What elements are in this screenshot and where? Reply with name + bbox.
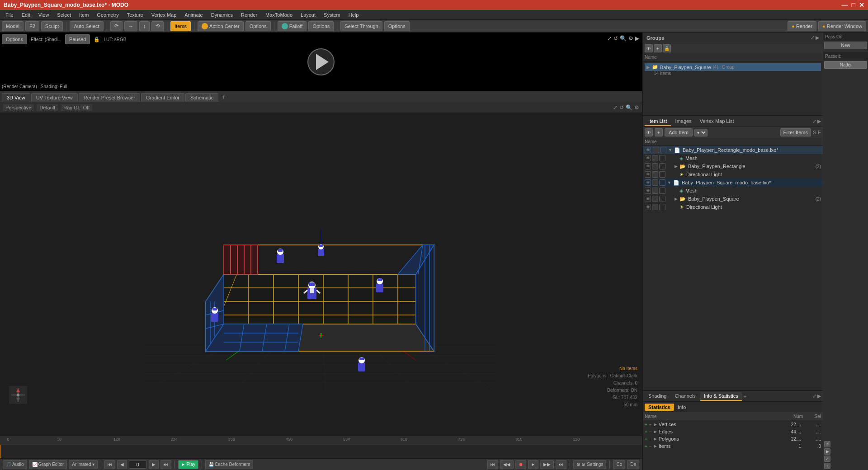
view-default-label[interactable]: Default: [37, 104, 58, 111]
menu-vertexmap[interactable]: Vertex Map: [148, 11, 180, 19]
stats-vertices-arrow[interactable]: ▶: [654, 422, 657, 427]
vp-expand-icon[interactable]: ⤢: [613, 104, 618, 111]
viewport-3d[interactable]: Perspective Default Ray GL: Off ⤢ ↺ 🔍 ⚙: [0, 102, 642, 436]
il-lock-5[interactable]: [659, 188, 665, 194]
rotate-btn[interactable]: ⟳: [110, 21, 123, 31]
groups-plus-btn[interactable]: +: [654, 44, 662, 52]
transport-rec-btn[interactable]: ⏺: [515, 460, 526, 469]
pass-icon-4[interactable]: ↕: [824, 463, 830, 469]
tab-gradient-editor[interactable]: Gradient Editor: [141, 93, 184, 102]
vp-gear-icon[interactable]: ⚙: [634, 104, 639, 111]
il-check-6[interactable]: [652, 196, 658, 202]
il-check-5[interactable]: [652, 188, 658, 194]
il-lock-0[interactable]: [660, 147, 666, 153]
filter-items-btn[interactable]: Filter Items: [780, 128, 811, 136]
il-check-4[interactable]: [652, 179, 658, 186]
vp-search-icon[interactable]: 🔍: [626, 104, 632, 111]
tab-shading[interactable]: Shading: [645, 392, 670, 401]
pass-icon-1[interactable]: ↺: [824, 441, 830, 447]
tab-schematic[interactable]: Schematic: [185, 93, 218, 102]
stats-vertices-add[interactable]: +: [645, 422, 647, 427]
transport-play2-btn[interactable]: ►: [528, 460, 539, 469]
stats-add-tab[interactable]: +: [744, 394, 746, 399]
stats-items-arrow[interactable]: ▶: [654, 444, 657, 448]
groups-lock-btn[interactable]: 🔒: [663, 44, 671, 52]
pass-new-btn[interactable]: New: [824, 42, 867, 49]
menu-geometry[interactable]: Geometry: [93, 11, 122, 19]
add-item-btn[interactable]: Add Item: [665, 128, 693, 136]
frame-input[interactable]: [129, 461, 147, 469]
move-x-btn[interactable]: ↔: [124, 21, 137, 31]
preview-options-btn[interactable]: Options: [2, 34, 27, 44]
il-check-0[interactable]: [653, 147, 659, 153]
il-add-btn[interactable]: +: [655, 128, 663, 136]
menu-layout[interactable]: Layout: [297, 11, 319, 19]
select-through-btn[interactable]: Select Through: [340, 21, 382, 31]
il-eye-6[interactable]: 👁: [645, 196, 651, 202]
il-row-7[interactable]: 👁 ▶ ☀ Directional Light: [643, 203, 823, 211]
menu-system[interactable]: System: [320, 11, 344, 19]
stats-vertices-minus[interactable]: −: [649, 422, 652, 427]
view-type-label[interactable]: Perspective: [3, 104, 34, 111]
item-list-content[interactable]: 👁 ▼ 📄 Baby_Playpen_Rectangle_modo_base.l…: [643, 146, 823, 390]
auto-select-btn[interactable]: Auto Select: [70, 21, 103, 31]
il-arrow-2[interactable]: ▶: [675, 164, 678, 169]
il-row-0[interactable]: 👁 ▼ 📄 Baby_Playpen_Rectangle_modo_base.l…: [643, 146, 823, 154]
il-lock-6[interactable]: [659, 196, 665, 202]
st-options-btn[interactable]: Options: [384, 21, 410, 31]
tab-3dview[interactable]: 3D View: [2, 93, 30, 102]
il-row-4[interactable]: 👁 ▼ 📄 Baby_Playpen_Square_modo_base.lxo*: [643, 179, 823, 187]
group-item-playpen-square[interactable]: ▶ 📁 Baby_Playpen_Square (4) : Group: [645, 63, 821, 71]
minimize-btn[interactable]: —: [842, 1, 848, 9]
menu-edit[interactable]: Edit: [18, 11, 34, 19]
menu-item[interactable]: Item: [75, 11, 92, 19]
transport-end-btn[interactable]: ⏭: [556, 460, 566, 469]
menu-view[interactable]: View: [35, 11, 53, 19]
expand-preview-icon[interactable]: ⤢: [607, 35, 612, 42]
menu-maxtomodo[interactable]: MaxToModo: [262, 11, 296, 19]
transport-next-btn[interactable]: ▶▶: [540, 460, 554, 469]
stats-polygons-arrow[interactable]: ▶: [654, 437, 657, 441]
menu-select[interactable]: Select: [53, 11, 75, 19]
il-more-icon[interactable]: ▶: [817, 118, 821, 124]
stats-more-icon[interactable]: ▶: [817, 393, 821, 399]
groups-more-icon[interactable]: ▶: [816, 35, 819, 41]
il-eye-btn[interactable]: 👁: [645, 128, 653, 136]
step-back-btn[interactable]: ◀: [117, 460, 127, 469]
stats-polygons-minus[interactable]: −: [649, 437, 652, 442]
il-lock-2[interactable]: [659, 163, 665, 169]
zoom-preview-icon[interactable]: 🔍: [620, 35, 627, 42]
passelt-natlei-btn[interactable]: Natlei: [824, 61, 867, 69]
model-mode-btn[interactable]: Model: [2, 21, 24, 31]
stats-active-tab[interactable]: Statistics: [645, 404, 674, 411]
prev-frame-btn[interactable]: ⏮: [104, 460, 115, 469]
il-row-2[interactable]: 👁 ▶ 📂 Baby_Playpen_Rectangle (2): [643, 162, 823, 170]
il-eye-1[interactable]: 👁: [645, 155, 651, 161]
il-eye-4[interactable]: 👁: [645, 179, 651, 186]
il-eye-3[interactable]: 👁: [645, 171, 651, 178]
action-center-btn[interactable]: Action Center: [198, 21, 244, 31]
il-lock-4[interactable]: [659, 179, 665, 186]
il-check-1[interactable]: [652, 155, 658, 161]
il-row-3[interactable]: 👁 ▶ ☀ Directional Light: [643, 170, 823, 179]
close-btn[interactable]: ✕: [859, 1, 864, 9]
anim-settings-btn[interactable]: ⚙ ⚙ Settings: [573, 460, 606, 469]
tab-images[interactable]: Images: [672, 117, 695, 126]
il-eye-7[interactable]: 👁: [645, 204, 651, 210]
stats-polygons-add[interactable]: +: [645, 437, 647, 442]
menu-file[interactable]: File: [2, 11, 17, 19]
next-frame-btn[interactable]: ⏭: [160, 460, 171, 469]
stats-edges-add[interactable]: +: [645, 429, 647, 434]
audio-btn[interactable]: 🎵 Audio: [3, 460, 27, 469]
vp-refresh-icon[interactable]: ↺: [619, 104, 624, 111]
menu-dynamics[interactable]: Dynamics: [208, 11, 236, 19]
stats-edges-arrow[interactable]: ▶: [654, 429, 657, 434]
menu-animate[interactable]: Animate: [181, 11, 206, 19]
il-row-5[interactable]: 👁 ▶ ◈ Mesh: [643, 187, 823, 195]
move-y-btn[interactable]: ↕: [139, 21, 150, 31]
groups-eye-btn[interactable]: 👁: [645, 44, 653, 52]
render-btn[interactable]: ● Render: [788, 21, 816, 31]
pass-icon-2[interactable]: ▶: [824, 448, 830, 455]
il-lock-7[interactable]: [659, 204, 665, 210]
tab-info-statistics[interactable]: Info & Statistics: [700, 392, 742, 401]
